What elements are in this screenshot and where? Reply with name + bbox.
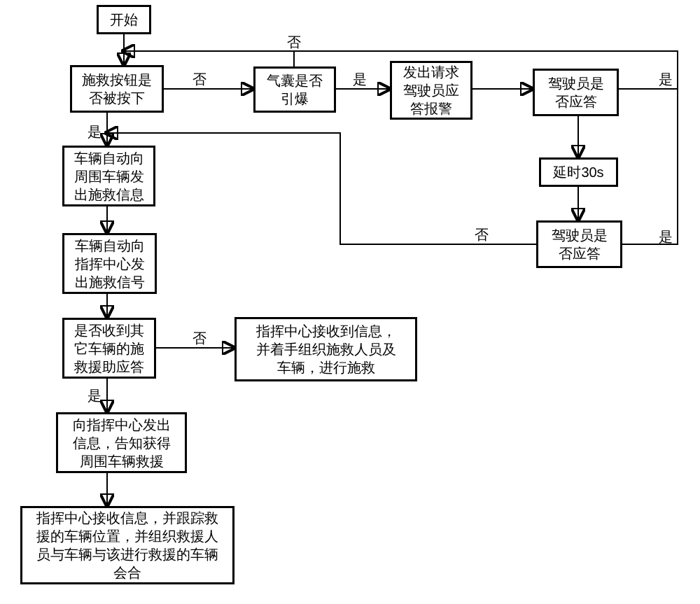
- node-request-driver: 发出请求 驾驶员应 答报警: [390, 61, 472, 120]
- label-yes-driver-1: 是: [659, 70, 673, 89]
- node-auto-send-center: 车辆自动向 指挥中心发 出施救信号: [62, 233, 157, 294]
- node-center-no-resp: 指挥中心接收到信息， 并着手组织施救人员及 车辆，进行施救: [234, 317, 417, 381]
- node-auto-send-nearby: 车辆自动向 周围车辆发 出施救信息: [62, 146, 155, 206]
- node-received-rescue: 是否收到其 它车辆的施 救援助应答: [62, 318, 156, 379]
- node-request-driver-text: 发出请求 驾驶员应 答报警: [403, 63, 459, 118]
- node-inform-center: 向指挥中心发出 信息，告知获得 周围车辆救援: [56, 412, 187, 473]
- label-no-driver-2: 否: [475, 225, 489, 244]
- node-delay-30s-text: 延时30s: [553, 163, 603, 181]
- node-rescue-button: 施救按钮是 否被按下: [70, 65, 164, 113]
- label-yes-received-rescue: 是: [88, 386, 102, 405]
- node-start-text: 开始: [110, 10, 138, 29]
- node-airbag-text: 气囊是否 引爆: [267, 71, 323, 108]
- node-auto-send-center-text: 车辆自动向 指挥中心发 出施救信号: [75, 237, 145, 291]
- node-rescue-button-text: 施救按钮是 否被按下: [82, 71, 152, 107]
- node-auto-send-nearby-text: 车辆自动向 周围车辆发 出施救信息: [74, 149, 144, 204]
- node-received-rescue-text: 是否收到其 它车辆的施 救援助应答: [74, 321, 144, 376]
- label-no-rescue-button: 否: [192, 70, 206, 89]
- label-yes-rescue-button: 是: [88, 122, 102, 141]
- label-no-received-rescue: 否: [192, 329, 206, 348]
- label-no-airbag: 否: [287, 33, 301, 52]
- label-yes-driver-2: 是: [659, 227, 673, 246]
- label-yes-airbag: 是: [353, 70, 367, 89]
- node-driver-respond-1-text: 驾驶员是 否应答: [548, 74, 604, 111]
- node-inform-center-text: 向指挥中心发出 信息，告知获得 周围车辆救援: [73, 416, 171, 470]
- node-airbag: 气囊是否 引爆: [253, 66, 336, 113]
- node-delay-30s: 延时30s: [539, 157, 618, 187]
- node-driver-respond-2: 驾驶员是 否应答: [536, 220, 622, 268]
- node-driver-respond-2-text: 驾驶员是 否应答: [552, 226, 608, 262]
- node-center-no-resp-text: 指挥中心接收到信息， 并着手组织施救人员及 车辆，进行施救: [256, 322, 396, 377]
- node-center-track: 指挥中心接收信息，并跟踪救 援的车辆位置，并组织救援人 员与车辆与该进行救援的车…: [20, 506, 234, 584]
- node-driver-respond-1: 驾驶员是 否应答: [533, 69, 619, 116]
- node-start: 开始: [97, 5, 151, 34]
- node-center-track-text: 指挥中心接收信息，并跟踪救 援的车辆位置，并组织救援人 员与车辆与该进行救援的车…: [36, 509, 218, 582]
